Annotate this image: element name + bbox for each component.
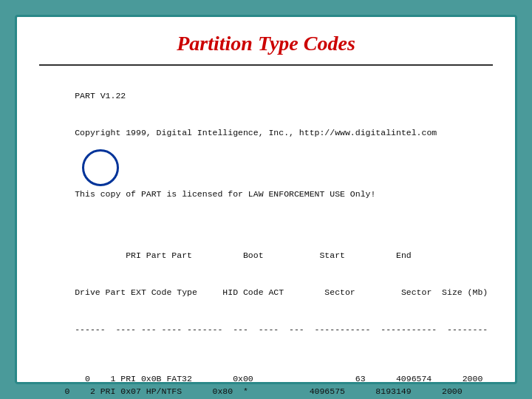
title-divider	[39, 64, 493, 66]
page-title: Partition Type Codes	[39, 32, 493, 55]
terminal-line-4: This copy of PART is licensed for LAW EN…	[75, 189, 375, 199]
circle-highlight	[82, 149, 119, 186]
content-area: PART V1.22 Copyright 1999, Digital Intel…	[39, 78, 493, 399]
main-window: Partition Type Codes PART V1.22 Copyrigh…	[15, 15, 517, 384]
terminal-line-2: Copyright 1999, Digital Intelligence, In…	[75, 128, 437, 137]
terminal-line-1: PART V1.22	[75, 91, 126, 100]
terminal-row-1: 0 1 PRI 0x0B FAT32 0x00 63 4096574 2000	[64, 374, 482, 383]
terminal-header-1: PRI Part Part Boot Start End	[75, 250, 411, 260]
terminal-row-2: 0 2 PRI 0x07 HP/NTFS 0x80 * 4096575 8193…	[44, 386, 463, 396]
terminal-output: PART V1.22 Copyright 1999, Digital Intel…	[44, 78, 488, 399]
terminal-header-2: Drive Part EXT Code Type HID Code ACT Se…	[75, 287, 488, 297]
terminal-separator: ------ ---- --- ---- ------- --- ---- --…	[75, 324, 488, 334]
